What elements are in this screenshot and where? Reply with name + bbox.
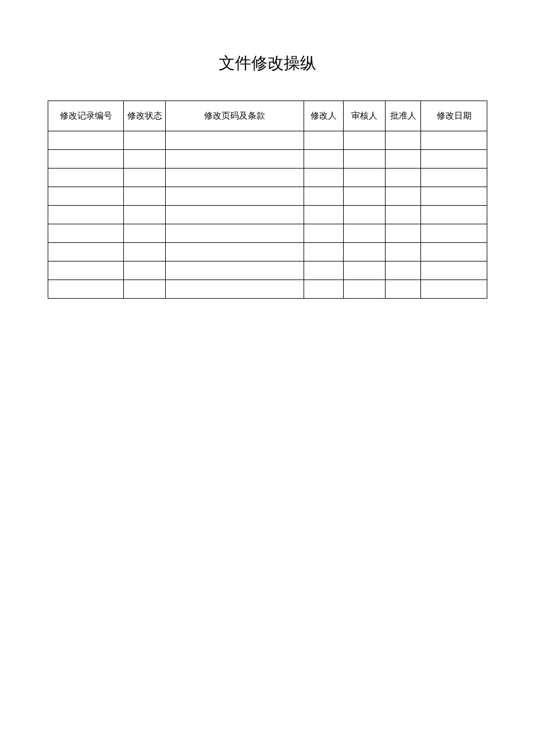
cell-status (124, 243, 165, 261)
cell-modifier (304, 280, 344, 299)
cell-modifier (304, 261, 344, 280)
cell-date (421, 131, 487, 150)
table-header-row: 修改记录编号 修改状态 修改页码及条款 修改人 审核人 批准人 修改日期 (48, 101, 487, 131)
cell-approver (385, 280, 420, 299)
cell-approver (385, 187, 420, 206)
cell-reviewer (344, 224, 385, 243)
cell-reviewer (344, 187, 385, 206)
cell-page-clause (165, 261, 304, 280)
cell-approver (385, 224, 420, 243)
cell-page-clause (165, 169, 304, 187)
table-row (48, 261, 487, 280)
cell-status (124, 280, 165, 299)
cell-status (124, 261, 165, 280)
cell-status (124, 150, 165, 169)
cell-approver (385, 169, 420, 187)
revision-table: 修改记录编号 修改状态 修改页码及条款 修改人 审核人 批准人 修改日期 (48, 101, 487, 299)
document-title: 文件修改操纵 (0, 52, 535, 74)
cell-date (421, 261, 487, 280)
cell-record-number (48, 261, 124, 280)
cell-status (124, 224, 165, 243)
cell-page-clause (165, 206, 304, 224)
cell-record-number (48, 169, 124, 187)
cell-record-number (48, 187, 124, 206)
cell-date (421, 243, 487, 261)
header-approver: 批准人 (385, 101, 420, 131)
cell-record-number (48, 224, 124, 243)
cell-modifier (304, 150, 344, 169)
cell-page-clause (165, 187, 304, 206)
header-status: 修改状态 (124, 101, 165, 131)
cell-status (124, 206, 165, 224)
cell-date (421, 280, 487, 299)
cell-modifier (304, 131, 344, 150)
header-reviewer: 审核人 (344, 101, 385, 131)
cell-record-number (48, 150, 124, 169)
table-body (48, 131, 487, 299)
cell-reviewer (344, 150, 385, 169)
cell-modifier (304, 169, 344, 187)
cell-status (124, 131, 165, 150)
header-date: 修改日期 (421, 101, 487, 131)
cell-status (124, 187, 165, 206)
cell-date (421, 150, 487, 169)
cell-date (421, 206, 487, 224)
cell-page-clause (165, 150, 304, 169)
table-row (48, 187, 487, 206)
cell-date (421, 169, 487, 187)
table-row (48, 131, 487, 150)
cell-page-clause (165, 224, 304, 243)
cell-reviewer (344, 206, 385, 224)
cell-approver (385, 150, 420, 169)
table-row (48, 243, 487, 261)
cell-record-number (48, 243, 124, 261)
cell-status (124, 169, 165, 187)
cell-reviewer (344, 169, 385, 187)
cell-reviewer (344, 131, 385, 150)
cell-modifier (304, 243, 344, 261)
cell-page-clause (165, 131, 304, 150)
table-row (48, 224, 487, 243)
header-page-clause: 修改页码及条款 (165, 101, 304, 131)
cell-record-number (48, 206, 124, 224)
cell-approver (385, 243, 420, 261)
cell-page-clause (165, 280, 304, 299)
table-container: 修改记录编号 修改状态 修改页码及条款 修改人 审核人 批准人 修改日期 (48, 101, 487, 299)
cell-modifier (304, 187, 344, 206)
header-modifier: 修改人 (304, 101, 344, 131)
cell-approver (385, 206, 420, 224)
cell-modifier (304, 224, 344, 243)
cell-record-number (48, 280, 124, 299)
cell-modifier (304, 206, 344, 224)
cell-record-number (48, 131, 124, 150)
cell-date (421, 224, 487, 243)
cell-page-clause (165, 243, 304, 261)
cell-reviewer (344, 243, 385, 261)
cell-date (421, 187, 487, 206)
cell-approver (385, 131, 420, 150)
table-row (48, 169, 487, 187)
cell-reviewer (344, 261, 385, 280)
table-row (48, 206, 487, 224)
table-row (48, 150, 487, 169)
table-row (48, 280, 487, 299)
cell-approver (385, 261, 420, 280)
cell-reviewer (344, 280, 385, 299)
header-record-number: 修改记录编号 (48, 101, 124, 131)
